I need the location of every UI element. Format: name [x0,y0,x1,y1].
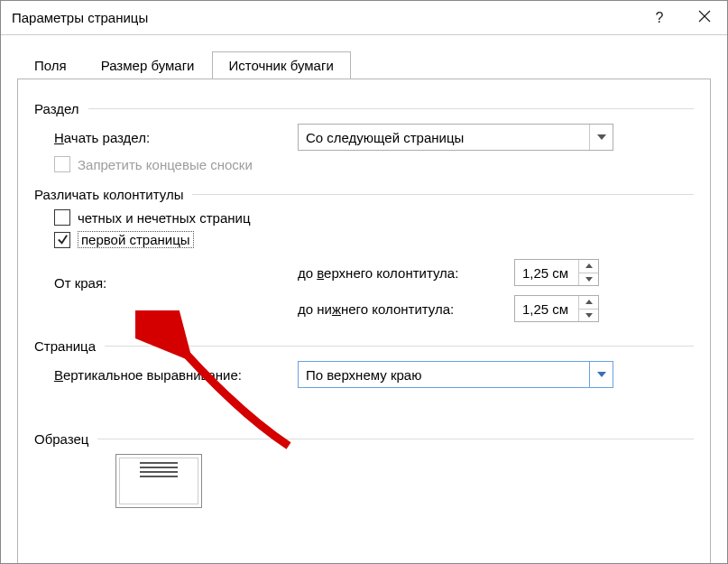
preview-thumbnail [115,454,202,508]
dialog-title: Параметры страницы [12,10,637,25]
chevron-down-icon [589,362,613,387]
close-button[interactable] [682,1,727,35]
chevron-down-icon [589,125,613,150]
first-page-checkbox[interactable] [54,232,70,248]
start-section-label: Начать раздел: [54,130,298,145]
help-icon: ? [656,10,664,26]
valign-row: Вертикальное выравнивание: По верхнему к… [54,361,694,388]
odd-even-label: четных и нечетных страниц [78,210,251,226]
hf-section-label: Различать колонтитулы [34,187,183,202]
preview-section-header: Образец [34,431,694,447]
from-edge-label: От края: [54,259,298,291]
tab-panel: Раздел Начать раздел: Со следующей стран… [17,79,711,564]
footer-distance-value: 1,25 см [515,296,578,321]
suppress-endnotes-label: Запретить концевые сноски [78,157,253,172]
spinner-up-icon[interactable] [579,260,598,273]
hf-section-header: Различать колонтитулы [34,187,694,202]
spinner-up-icon[interactable] [579,296,598,309]
titlebar: Параметры страницы ? [1,1,727,35]
header-distance-value: 1,25 см [515,260,578,285]
from-edge-row: От края: до верхнего колонтитула: 1,25 с… [54,259,694,322]
start-section-row: Начать раздел: Со следующей страницы [54,124,694,151]
tab-fields[interactable]: Поля [17,51,84,79]
page-section-label: Страница [34,338,96,354]
section-section-label: Раздел [34,101,79,116]
tab-paper-source[interactable]: Источник бумаги [212,51,351,79]
first-page-label: первой страницы [78,231,194,248]
close-icon [698,10,711,26]
valign-select[interactable]: По верхнему краю [298,361,613,388]
help-button[interactable]: ? [637,1,682,35]
page-setup-dialog: Параметры страницы ? Поля Размер бумаги … [0,0,728,564]
to-header-label: до верхнего колонтитула: [298,265,514,281]
tab-paper-size[interactable]: Размер бумаги [84,51,212,79]
valign-label: Вертикальное выравнивание: [54,367,298,383]
client-area: Поля Размер бумаги Источник бумаги Разде… [1,35,727,564]
tabstrip: Поля Размер бумаги Источник бумаги [17,48,711,79]
page-section-header: Страница [34,338,694,354]
start-section-select[interactable]: Со следующей страницы [298,124,613,151]
footer-distance-spinner[interactable]: 1,25 см [514,295,599,322]
spinner-down-icon[interactable] [579,273,598,286]
valign-value: По верхнему краю [306,367,421,383]
first-page-row: первой страницы [54,231,694,248]
odd-even-row: четных и нечетных страниц [54,209,694,226]
to-footer-label: до нижнего колонтитула: [298,301,514,317]
section-section-header: Раздел [34,101,694,116]
preview-section-label: Образец [34,431,88,447]
start-section-value: Со следующей страницы [306,130,464,145]
odd-even-checkbox[interactable] [54,209,70,226]
suppress-endnotes-row: Запретить концевые сноски [54,156,694,172]
spinner-down-icon[interactable] [579,309,598,322]
header-distance-spinner[interactable]: 1,25 см [514,259,599,286]
suppress-endnotes-checkbox [54,156,70,172]
